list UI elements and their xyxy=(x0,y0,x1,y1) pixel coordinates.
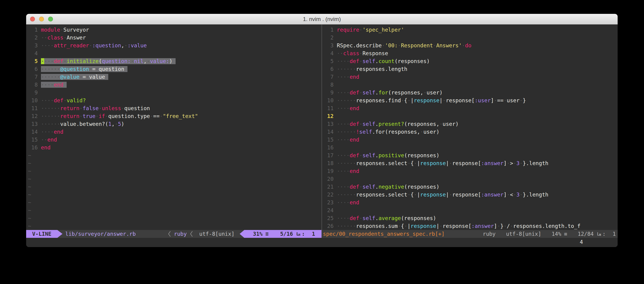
code-line[interactable]: 5····def·initialize(question:·nil,·value… xyxy=(26,57,322,65)
code-line[interactable]: 9 xyxy=(26,89,322,97)
code-line[interactable]: 24 xyxy=(322,206,618,214)
code-line[interactable]: 4 xyxy=(26,49,322,57)
code-line[interactable]: 15····end xyxy=(322,136,618,143)
code-text-selected: ····def·initialize(question:·nil,·value:… xyxy=(41,58,176,64)
code-line[interactable]: 22······responses.select·{·|response|·re… xyxy=(322,191,618,199)
code-line[interactable]: 16 xyxy=(322,143,618,151)
editor-area: 1module·Surveyor2··class·Answer3····attr… xyxy=(26,24,618,230)
line-number: 7 xyxy=(324,73,334,81)
code-line[interactable]: 17····def·self.positive(responses) xyxy=(322,151,618,159)
code-line[interactable]: 18······responses.select·{·|response|·re… xyxy=(322,159,618,167)
code-text: ··end xyxy=(41,137,57,143)
code-text: ······responses.sum·{·|response|·respons… xyxy=(337,223,580,229)
line-number: 9 xyxy=(324,89,334,97)
line-number-icon: LN xyxy=(296,230,300,237)
line-number: 1 xyxy=(28,26,38,34)
code-text: ······responses.select·{·|response|·resp… xyxy=(337,192,548,198)
code-line[interactable]: 14······!self.for(responses,·user) xyxy=(322,128,618,136)
code-line[interactable]: 13····def·self.present?(responses,·user) xyxy=(322,120,618,128)
code-text: ······return·false·unless·question xyxy=(41,105,150,111)
code-line[interactable]: 7····end xyxy=(322,73,618,81)
command-line[interactable]: 4 xyxy=(26,238,618,247)
code-line[interactable]: 13······value.between?(1,·5) xyxy=(26,120,322,128)
terminal-window: 1. nvim . (nvim) 1module·Surveyor2··clas… xyxy=(26,14,618,247)
line-number: 12 xyxy=(324,112,334,120)
line-number: 19 xyxy=(324,167,334,175)
code-line[interactable]: 10······responses.find·{·|response|·resp… xyxy=(322,97,618,104)
code-line[interactable]: 5····def·self.count(responses) xyxy=(322,57,618,65)
chevron-left-icon xyxy=(168,231,171,237)
code-line[interactable]: 6······responses.length xyxy=(322,65,618,73)
line-position-left: 5/16 xyxy=(280,230,293,238)
empty-line: ~ xyxy=(26,175,322,183)
line-position-right: 12/84 xyxy=(578,230,594,238)
code-line[interactable]: 10····def·valid? xyxy=(26,97,322,104)
empty-line: ~ xyxy=(26,214,322,222)
line-number: 3 xyxy=(28,42,38,49)
tilde-marker: ~ xyxy=(28,223,31,229)
code-text: ····end xyxy=(337,105,359,111)
code-text: ······return·true·if·question.type·==·"f… xyxy=(41,113,198,119)
code-line[interactable]: 12 xyxy=(322,112,618,120)
code-line[interactable]: 20 xyxy=(322,175,618,183)
code-text: ····def·self.count(responses) xyxy=(337,58,430,64)
code-line[interactable]: 8····end xyxy=(26,81,322,89)
code-line[interactable]: 2··class·Answer xyxy=(26,34,322,42)
empty-line: ~ xyxy=(26,191,322,199)
column-number-right: 1 xyxy=(612,230,616,238)
code-line[interactable]: 7······@value·=·value xyxy=(26,73,322,81)
pane-answer-rb[interactable]: 1module·Surveyor2··class·Answer3····attr… xyxy=(26,24,322,230)
line-number: 3 xyxy=(324,42,334,49)
code-line[interactable]: 3····attr_reader·:question,·:value xyxy=(26,42,322,49)
buffer-lines-icon: ≡ xyxy=(265,230,268,238)
code-line[interactable]: 12······return·true·if·question.type·==·… xyxy=(26,112,322,120)
close-button[interactable] xyxy=(30,17,35,21)
code-line[interactable]: 23····end xyxy=(322,199,618,206)
pending-command-count: 4 xyxy=(580,238,583,246)
tilde-marker: ~ xyxy=(28,199,31,205)
code-line[interactable]: 3RSpec.describe·'00:·Respondent·Answers'… xyxy=(322,42,618,49)
code-line[interactable]: 16end xyxy=(26,143,322,151)
code-line[interactable]: 14····end xyxy=(26,128,322,136)
code-text: ····end xyxy=(337,199,359,205)
code-line[interactable]: 19····end xyxy=(322,167,618,175)
line-number: 9 xyxy=(28,89,38,97)
code-text: ····def·self.average(responses) xyxy=(337,215,436,221)
filetype-right: ruby xyxy=(483,230,496,238)
line-number: 14 xyxy=(324,128,334,136)
code-line[interactable]: 26······responses.sum·{·|response|·respo… xyxy=(322,222,618,230)
code-text-selected: ······@question·=·question xyxy=(41,66,128,72)
buffer-lines-icon: ≡ xyxy=(564,230,567,238)
minimize-button[interactable] xyxy=(39,17,44,21)
line-number: 18 xyxy=(324,159,334,167)
line-number: 24 xyxy=(324,206,334,214)
filetype-left: ruby xyxy=(174,230,187,238)
line-number: 6 xyxy=(28,65,38,73)
code-line[interactable]: 11····end xyxy=(322,104,618,112)
code-line[interactable]: 4··class·Response xyxy=(322,49,618,57)
code-line[interactable]: 6······@question·=·question xyxy=(26,65,322,73)
code-line[interactable]: 1require·'spec_helper' xyxy=(322,26,618,34)
code-text: ··class·Response xyxy=(337,50,388,56)
statusline-left-active: V-LINE lib/surveyor/answer.rb ruby utf-8… xyxy=(26,230,322,238)
line-number: 11 xyxy=(28,104,38,112)
code-line[interactable]: 15··end xyxy=(26,136,322,143)
titlebar[interactable]: 1. nvim . (nvim) xyxy=(26,14,618,24)
code-line[interactable]: 21····def·self.negative(responses) xyxy=(322,183,618,191)
pane-spec-rb[interactable]: 1require·'spec_helper'23RSpec.describe·'… xyxy=(322,24,618,230)
code-text: ······responses.select·{·|response|·resp… xyxy=(337,160,548,166)
powerline-arrow-right-icon xyxy=(57,230,62,238)
tilde-marker: ~ xyxy=(28,160,31,166)
code-line[interactable]: 9····def·self.for(responses,·user) xyxy=(322,89,618,97)
code-text-selected: ····end xyxy=(41,82,66,88)
code-line[interactable]: 11······return·false·unless·question xyxy=(26,104,322,112)
code-line[interactable]: 1module·Surveyor xyxy=(26,26,322,34)
line-number: 16 xyxy=(28,143,38,151)
zoom-button[interactable] xyxy=(48,17,53,21)
code-line[interactable]: 8 xyxy=(322,81,618,89)
traffic-lights xyxy=(30,14,53,24)
code-text: ······responses.length xyxy=(337,66,407,72)
position-block-left: 31% ≡ 5/16 LN : 1 xyxy=(244,230,322,238)
code-line[interactable]: 25····def·self.average(responses) xyxy=(322,214,618,222)
code-line[interactable]: 2 xyxy=(322,34,618,42)
